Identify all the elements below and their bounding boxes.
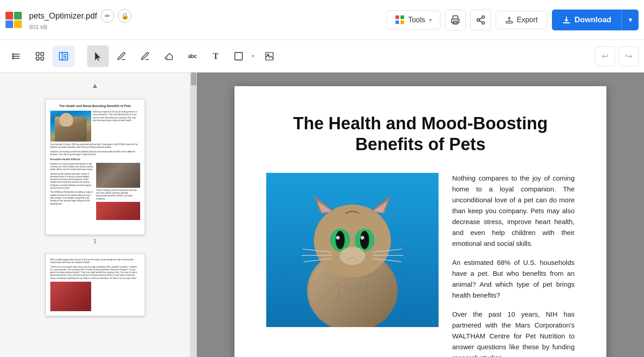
grid-view-icon — [35, 51, 45, 61]
image-tool-icon — [264, 51, 274, 61]
download-button-group: Download ▾ — [552, 10, 639, 30]
lock-button[interactable]: 🔒 — [118, 9, 132, 23]
shape-tool-button[interactable]: ▾ — [229, 45, 257, 67]
svg-point-7 — [457, 20, 458, 21]
svg-rect-14 — [506, 21, 512, 23]
thumbnail-page-2[interactable]: NIH is funding large-scale surveys to fi… — [45, 254, 145, 316]
text-tool-button[interactable]: T — [205, 45, 227, 67]
svg-rect-16 — [563, 22, 570, 24]
redo-button[interactable]: ↪ — [619, 46, 639, 66]
download-chevron-icon: ▾ — [629, 15, 632, 24]
svg-rect-2 — [5, 20, 13, 28]
svg-point-8 — [482, 15, 484, 18]
export-icon — [505, 16, 513, 24]
thumbnail-sidebar[interactable]: ▲ The Health and Mood-Boosting Benefits … — [0, 73, 190, 357]
svg-rect-22 — [12, 57, 14, 59]
list-view-button[interactable] — [5, 45, 27, 67]
svg-rect-0 — [5, 12, 13, 20]
draw-tool-icon — [117, 51, 127, 61]
grid-view-button[interactable] — [29, 45, 51, 67]
redo-icon: ↪ — [625, 51, 632, 61]
sidebar-view-button[interactable] — [53, 45, 74, 67]
export-label: Export — [517, 16, 538, 24]
print-icon — [450, 15, 460, 25]
select-tool-button[interactable] — [87, 45, 109, 67]
sidebar-scroll-thumb[interactable] — [191, 73, 196, 85]
print-button[interactable] — [445, 10, 466, 30]
thumb-page-content-1: The Health and Mood-Boosting Benefits of… — [45, 99, 145, 235]
tools-chevron-icon: ▾ — [429, 17, 432, 23]
thumb-text-2: Over the past 10 years, NIH has partnere… — [50, 143, 140, 149]
text-form-icon: abc — [188, 53, 196, 59]
download-button[interactable]: Download — [552, 10, 621, 30]
toolbar-view-controls — [5, 45, 74, 67]
pdf-paragraph-3: Over the past 10 years, NIH has partnere… — [452, 309, 575, 357]
svg-rect-24 — [41, 52, 44, 55]
pdf-paragraph-1: Nothing compares to the joy of coming ho… — [452, 173, 575, 249]
scroll-up-arrow[interactable]: ▲ — [92, 82, 99, 90]
svg-line-12 — [479, 17, 482, 19]
pdf-paragraph-2: An estimated 68% of U.S. households have… — [452, 257, 575, 301]
thumb-title-1: The Health and Mood-Boosting Benefits of… — [50, 104, 140, 108]
thumbnail-page-1[interactable]: The Health and Mood-Boosting Benefits of… — [45, 99, 145, 245]
svg-point-9 — [477, 19, 479, 21]
svg-rect-3 — [14, 20, 22, 28]
toolbar-history: ↩ ↪ — [595, 46, 639, 66]
edit-button[interactable]: ✏ — [101, 9, 114, 23]
image-tool-button[interactable] — [259, 45, 280, 67]
sidebar-view-icon — [59, 51, 68, 61]
svg-point-42 — [314, 205, 391, 277]
app-logo — [5, 12, 22, 28]
tools-label: Tools — [408, 16, 425, 24]
thumb-page-content-2: NIH is funding large-scale surveys to fi… — [45, 254, 145, 316]
pdf-title: The Health and Mood-Boosting Benefits of… — [266, 113, 575, 155]
pdf-content-area: Nothing compares to the joy of coming ho… — [266, 173, 575, 357]
svg-point-51 — [336, 236, 340, 240]
pdf-page: The Health and Mood-Boosting Benefits of… — [234, 86, 606, 357]
download-icon — [562, 15, 571, 24]
toolbar-tools: abc T ▾ — [87, 45, 593, 67]
svg-point-59 — [340, 247, 365, 265]
undo-button[interactable]: ↩ — [595, 46, 615, 66]
main-area: ▲ The Health and Mood-Boosting Benefits … — [0, 73, 644, 357]
draw-tool-button[interactable] — [111, 45, 132, 67]
download-label: Download — [575, 15, 611, 24]
cat-illustration — [266, 173, 439, 327]
edit-icon: ✏ — [105, 12, 110, 20]
svg-rect-26 — [41, 57, 44, 59]
share-icon — [476, 15, 486, 25]
sidebar-scrollbar[interactable] — [190, 73, 197, 357]
tools-button[interactable]: Tools ▾ — [387, 10, 440, 29]
export-button[interactable]: Export — [496, 11, 547, 29]
share-button[interactable] — [470, 10, 491, 30]
download-dropdown-button[interactable]: ▾ — [621, 10, 639, 30]
svg-line-11 — [479, 20, 482, 22]
file-info: pets_Optimizer.pdf ✏ 🔒 901 kB — [29, 9, 132, 30]
svg-text:T: T — [213, 52, 219, 61]
select-tool-icon — [93, 51, 103, 61]
file-size: 901 kB — [29, 24, 132, 30]
eraser-tool-icon — [164, 51, 174, 61]
eraser-tool-button[interactable] — [158, 45, 180, 67]
svg-point-52 — [361, 236, 364, 240]
thumb-page-num-1: 1 — [93, 238, 97, 245]
thumb-text-3: Scientists are looking at what the poten… — [50, 151, 140, 156]
toolbar: abc T ▾ ↩ — [0, 40, 644, 73]
svg-rect-25 — [36, 57, 39, 59]
svg-rect-1 — [14, 12, 22, 20]
text-form-tool-button[interactable]: abc — [181, 45, 203, 67]
tools-grid-icon — [395, 15, 405, 24]
pdf-text-column: Nothing compares to the joy of coming ho… — [452, 173, 575, 357]
svg-rect-4 — [453, 15, 458, 19]
thumb-section-title-1: Possible Health Effects — [50, 157, 140, 161]
highlight-tool-icon — [140, 51, 150, 61]
highlight-tool-button[interactable] — [134, 45, 156, 67]
pdf-viewer[interactable]: The Health and Mood-Boosting Benefits of… — [197, 73, 644, 357]
shape-tool-icon — [229, 45, 249, 67]
svg-point-10 — [482, 21, 484, 24]
file-name: pets_Optimizer.pdf — [29, 11, 97, 21]
header-actions: Tools ▾ — [387, 10, 639, 30]
list-view-icon — [11, 51, 21, 61]
text-tool-icon: T — [211, 51, 221, 61]
top-header: pets_Optimizer.pdf ✏ 🔒 901 kB Tools ▾ — [0, 0, 644, 40]
